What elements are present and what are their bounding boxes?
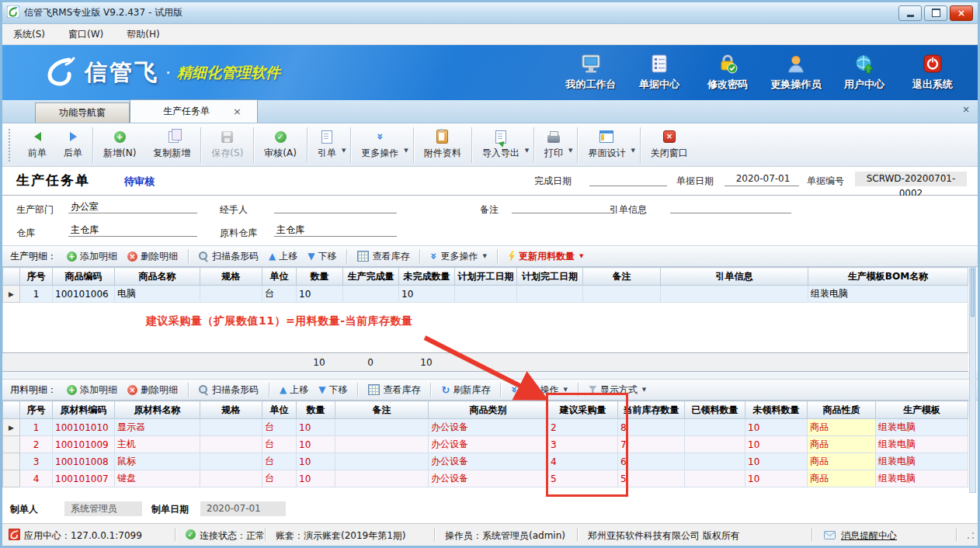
table-cell[interactable]: 10 bbox=[745, 436, 808, 453]
finish-date-field[interactable] bbox=[589, 173, 667, 186]
column-header[interactable]: 规格 bbox=[200, 268, 262, 286]
table-row[interactable]: 2100101009主机台10办公设备3710商品组装电脑 bbox=[3, 436, 968, 453]
table-cell[interactable]: 1 bbox=[20, 419, 53, 436]
table-cell[interactable] bbox=[200, 286, 262, 303]
dropdown-caret-icon[interactable]: ▼ bbox=[342, 147, 346, 154]
table-cell[interactable] bbox=[200, 453, 262, 470]
update-material-qty-button[interactable]: 更新用料数量▼ bbox=[508, 250, 583, 263]
tab-close-icon[interactable]: × bbox=[233, 100, 242, 123]
table-cell[interactable]: 台 bbox=[262, 286, 297, 303]
bill-date-field[interactable]: 2020-07-01 bbox=[725, 173, 799, 186]
table-cell[interactable] bbox=[343, 286, 399, 303]
table-cell[interactable] bbox=[582, 353, 660, 372]
table-cell[interactable]: 2 bbox=[20, 436, 53, 453]
table-cell[interactable]: 2 bbox=[548, 419, 618, 436]
panel-close-icon[interactable]: × bbox=[962, 104, 970, 115]
tab-production-task[interactable]: 生产任务单 × bbox=[130, 99, 258, 123]
table-cell[interactable]: 10 bbox=[297, 419, 335, 436]
ui-design-button[interactable]: 界面设计 bbox=[579, 128, 634, 162]
bill-no-field[interactable]: SCRWD-20200701-0002 bbox=[855, 172, 967, 186]
table-cell[interactable] bbox=[517, 286, 583, 303]
table-cell[interactable]: 台 bbox=[262, 453, 297, 470]
tab-function-nav[interactable]: 功能导航窗 bbox=[35, 102, 130, 123]
column-header[interactable]: 生产模板 bbox=[876, 401, 968, 419]
ref-bill-button[interactable]: 引单 bbox=[309, 128, 345, 162]
column-header[interactable]: 数量 bbox=[297, 401, 335, 419]
table-cell[interactable]: 办公设备 bbox=[429, 419, 548, 436]
table-cell[interactable]: 10 bbox=[398, 353, 454, 372]
table-cell[interactable]: 台 bbox=[262, 436, 297, 453]
scan-barcode-button[interactable]: 扫描条形码 bbox=[199, 250, 259, 263]
delete-detail-button[interactable]: ×删除明细 bbox=[127, 250, 178, 263]
table-cell[interactable]: 电脑 bbox=[115, 286, 200, 303]
dept-field[interactable]: 办公室 bbox=[68, 200, 197, 213]
menu-window[interactable]: 窗口(W) bbox=[68, 28, 103, 41]
table-cell[interactable] bbox=[335, 453, 429, 470]
column-header[interactable]: 计划开工日期 bbox=[455, 268, 517, 286]
table-cell[interactable]: 10 bbox=[296, 353, 342, 372]
column-header[interactable]: 规格 bbox=[200, 401, 262, 419]
column-header[interactable]: 引单信息 bbox=[661, 268, 808, 286]
handler-field[interactable] bbox=[274, 200, 397, 213]
table-cell[interactable] bbox=[685, 470, 745, 487]
table-cell[interactable] bbox=[3, 436, 20, 453]
table-cell[interactable]: 组装电脑 bbox=[876, 453, 968, 470]
remark-field[interactable] bbox=[512, 200, 614, 213]
refresh-stock-button[interactable]: ↻刷新库存 bbox=[441, 383, 490, 397]
table-cell[interactable]: 10 bbox=[297, 436, 335, 453]
table-cell[interactable]: 100101007 bbox=[53, 470, 115, 487]
move-up-button[interactable]: ▲上移 bbox=[280, 383, 308, 397]
table-cell[interactable]: 1 bbox=[20, 286, 53, 303]
table-cell[interactable]: 鼠标 bbox=[115, 453, 200, 470]
more-actions-button[interactable]: »更多操作▼ bbox=[511, 383, 567, 397]
table-cell[interactable] bbox=[685, 419, 745, 436]
menu-help[interactable]: 帮助(H) bbox=[127, 28, 159, 41]
save-button[interactable]: 保存(S) bbox=[203, 128, 252, 162]
table-cell[interactable]: 10 bbox=[745, 470, 808, 487]
table-cell[interactable]: 办公设备 bbox=[429, 436, 548, 453]
scan-barcode-button[interactable]: 扫描条形码 bbox=[199, 383, 259, 397]
view-stock-button[interactable]: 查看库存 bbox=[357, 250, 409, 263]
table-cell[interactable] bbox=[516, 353, 582, 372]
close-button[interactable]: × bbox=[950, 5, 973, 21]
column-header[interactable]: 已领料数量 bbox=[685, 401, 745, 419]
table-cell[interactable]: ▶ bbox=[3, 286, 20, 303]
table-cell[interactable] bbox=[454, 353, 516, 372]
switch-operator-button[interactable]: 更换操作员 bbox=[762, 54, 830, 92]
warehouse-field[interactable]: 主仓库 bbox=[68, 224, 197, 237]
table-row[interactable]: 3100101008鼠标台10办公设备4610商品组装电脑 bbox=[3, 453, 968, 470]
table-cell[interactable]: 10 bbox=[297, 453, 335, 470]
column-header[interactable]: 未领料数量 bbox=[745, 401, 808, 419]
table-cell[interactable] bbox=[19, 353, 52, 372]
move-up-button[interactable]: ▲上移 bbox=[269, 250, 297, 263]
column-header[interactable] bbox=[3, 401, 20, 419]
table-row[interactable]: 4100101007键盘台10办公设备5510商品组装电脑 bbox=[3, 470, 968, 487]
column-header[interactable]: 商品编码 bbox=[53, 268, 115, 286]
table-cell[interactable] bbox=[335, 470, 429, 487]
prev-bill-button[interactable]: 前单 bbox=[19, 128, 55, 162]
table-cell[interactable] bbox=[335, 436, 429, 453]
maximize-button[interactable] bbox=[924, 5, 947, 21]
table-cell[interactable] bbox=[200, 436, 262, 453]
table-cell[interactable]: 100101009 bbox=[53, 436, 115, 453]
my-workbench-button[interactable]: 我的工作台 bbox=[557, 54, 625, 92]
table-cell[interactable]: 5 bbox=[548, 470, 618, 487]
table-cell[interactable] bbox=[661, 286, 808, 303]
table-cell[interactable]: 4 bbox=[548, 453, 618, 470]
table-cell[interactable]: 键盘 bbox=[115, 470, 200, 487]
table-cell[interactable]: 组装电脑 bbox=[876, 436, 968, 453]
table-cell[interactable] bbox=[685, 453, 745, 470]
add-new-button[interactable]: +新增(N) bbox=[95, 128, 144, 162]
print-button[interactable]: 打印 bbox=[536, 128, 572, 162]
table-cell[interactable] bbox=[3, 470, 20, 487]
table-cell[interactable]: 商品 bbox=[808, 453, 876, 470]
dropdown-caret-icon[interactable]: ▼ bbox=[404, 147, 408, 154]
table-cell[interactable]: 组装电脑 bbox=[808, 286, 968, 303]
table-cell[interactable] bbox=[114, 353, 200, 372]
table-cell[interactable]: 商品 bbox=[808, 419, 876, 436]
dropdown-caret-icon[interactable]: ▼ bbox=[631, 147, 634, 154]
table-cell[interactable]: 3 bbox=[548, 436, 618, 453]
column-header[interactable]: 原材料编码 bbox=[53, 401, 115, 419]
table-cell[interactable]: 台 bbox=[262, 419, 297, 436]
bill-center-button[interactable]: 单据中心 bbox=[625, 54, 693, 92]
